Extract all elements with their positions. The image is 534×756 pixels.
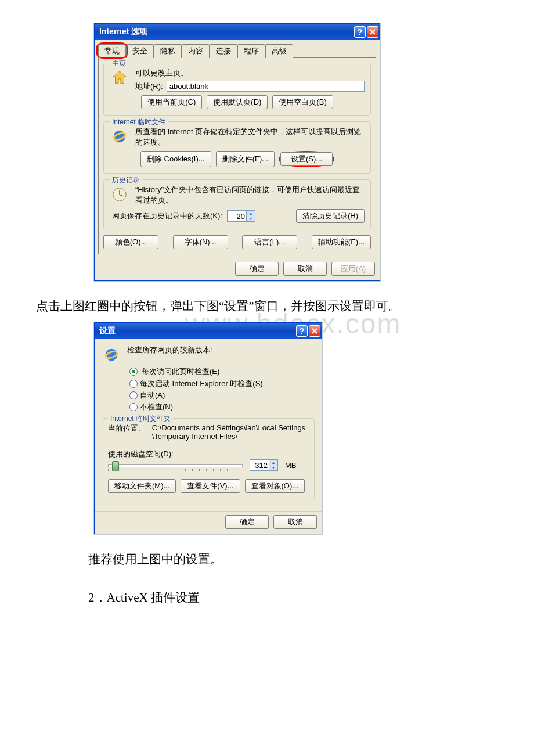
clear-history-button[interactable]: 清除历史记录(H) (296, 209, 365, 223)
tab-strip: 常规 安全 隐私 内容 连接 程序 高级 (95, 40, 380, 57)
tab-label: 安全 (132, 46, 147, 55)
homepage-group: 主页 可以更改主页。 地址(R): 使用当前页(C) 使用 (103, 63, 371, 116)
disk-slider[interactable] (108, 464, 243, 467)
spinner-up-icon[interactable]: ▲ (247, 211, 255, 216)
language-button[interactable]: 语言(L)... (242, 235, 297, 249)
dialog-title: Internet 选项 (99, 27, 147, 37)
settings-button[interactable]: 设置(S)... (280, 152, 333, 166)
group-legend: 主页 (110, 59, 128, 69)
history-desc: “History”文件夹中包含有已访问页的链接，可使用户快速访问最近查看过的页。 (135, 185, 365, 206)
group-legend: Internet 临时文件夹 (108, 414, 173, 424)
settings-dialog: 设置 ? 检查所存网页的较新版本: 每次访问此页时检查(E) 每次启动 Inte… (94, 322, 322, 534)
titlebar[interactable]: 设置 ? (95, 323, 322, 339)
colors-button[interactable]: 颜色(O)... (103, 235, 158, 249)
delete-files-button[interactable]: 删除文件(F)... (216, 151, 275, 167)
use-current-button[interactable]: 使用当前页(C) (141, 95, 202, 109)
accessibility-button[interactable]: 辅助功能(E)... (312, 235, 371, 249)
tab-security[interactable]: 安全 (126, 44, 154, 58)
section-heading-activex: 2．ActiveX 插件设置 (64, 584, 522, 611)
spinner-up-icon[interactable]: ▲ (269, 460, 277, 465)
history-icon (110, 185, 129, 204)
history-group: 历史记录 “History”文件夹中包含有已访问页的链接，可使用户快速访问最近查… (103, 179, 371, 229)
close-button[interactable] (367, 26, 378, 38)
radio-icon (129, 368, 138, 376)
disk-unit: MB (285, 461, 297, 470)
internet-options-dialog: Internet 选项 ? 常规 安全 隐私 内容 连接 程序 高级 主页 (94, 23, 380, 281)
spinner-down-icon[interactable]: ▼ (247, 216, 255, 221)
days-label: 网页保存在历史记录中的天数(K): (112, 211, 222, 221)
radio-label: 自动(A) (140, 390, 165, 401)
dialog-title: 设置 (99, 326, 116, 336)
red-circle-annotation: 设置(S)... (279, 151, 334, 167)
tab-label: 程序 (244, 46, 259, 55)
temp-desc: 所查看的 Internet 页存储在特定的文件夹中，这样可以提高以后浏览的速度。 (135, 127, 365, 147)
move-folder-button[interactable]: 移动文件夹(M)... (108, 479, 176, 493)
disk-spinner[interactable]: ▲▼ (250, 459, 278, 471)
home-icon (110, 68, 129, 88)
ie-icon (102, 345, 121, 365)
ie-icon (110, 127, 129, 146)
days-spinner[interactable]: ▲▼ (227, 210, 255, 222)
location-value: C:\Documents and Settings\lan\Local Sett… (152, 423, 308, 441)
red-circle-annotation (96, 42, 128, 59)
cancel-button[interactable]: 取消 (283, 262, 327, 276)
view-files-button[interactable]: 查看文件(V)... (181, 479, 240, 493)
address-label: 地址(R): (135, 81, 163, 92)
radio-never[interactable]: 不检查(N) (129, 402, 315, 412)
radio-label: 每次访问此页时检查(E) (140, 366, 221, 377)
radio-icon (129, 380, 138, 388)
slider-thumb-icon[interactable] (112, 461, 119, 471)
disk-input[interactable] (250, 461, 269, 470)
spinner-down-icon[interactable]: ▼ (269, 465, 277, 470)
group-legend: 历史记录 (110, 175, 142, 185)
cancel-button[interactable]: 取消 (273, 515, 317, 529)
apply-button: 应用(A) (331, 262, 375, 276)
tab-content[interactable]: 内容 (182, 44, 210, 58)
tab-general[interactable]: 常规 (98, 44, 126, 58)
tab-privacy[interactable]: 隐私 (154, 44, 182, 58)
radio-every-start[interactable]: 每次启动 Internet Explorer 时检查(S) (129, 379, 315, 389)
radio-label: 不检查(N) (140, 402, 173, 412)
tab-label: 隐私 (160, 46, 175, 55)
address-input[interactable] (167, 81, 365, 92)
radio-auto[interactable]: 自动(A) (129, 390, 315, 401)
tab-label: 高级 (272, 46, 287, 55)
tab-connection[interactable]: 连接 (210, 44, 237, 58)
radio-label: 每次启动 Internet Explorer 时检查(S) (140, 379, 263, 389)
days-input[interactable] (228, 212, 246, 221)
tab-programs[interactable]: 程序 (237, 44, 265, 58)
check-versions-label: 检查所存网页的较新版本: (127, 345, 212, 355)
tab-label: 内容 (188, 46, 203, 55)
radio-icon (129, 403, 138, 411)
temp-files-group: Internet 临时文件 所查看的 Internet 页存储在特定的文件夹中，… (103, 121, 371, 174)
dialog-actions: 确定 取消 (95, 511, 322, 534)
ok-button[interactable]: 确定 (225, 515, 269, 529)
temp-folder-group: Internet 临时文件夹 当前位置: C:\Documents and Se… (102, 418, 315, 499)
help-button[interactable]: ? (354, 26, 366, 38)
tab-panel-general: 主页 可以更改主页。 地址(R): 使用当前页(C) 使用 (98, 57, 376, 254)
radio-every-visit[interactable]: 每次访问此页时检查(E) (129, 366, 315, 377)
close-button[interactable] (309, 325, 320, 337)
fonts-button[interactable]: 字体(N)... (173, 235, 228, 249)
homepage-desc: 可以更改主页。 (135, 68, 365, 78)
slider-ticks (108, 469, 241, 471)
svg-marker-0 (113, 71, 127, 84)
disk-space-label: 使用的磁盘空间(D): (108, 449, 308, 459)
radio-icon (129, 391, 138, 399)
location-label: 当前位置: (108, 423, 140, 441)
help-button[interactable]: ? (296, 325, 308, 337)
tab-advanced[interactable]: 高级 (265, 44, 293, 58)
titlebar[interactable]: Internet 选项 ? (95, 24, 380, 40)
delete-cookies-button[interactable]: 删除 Cookies(I)... (140, 151, 211, 167)
view-objects-button[interactable]: 查看对象(O)... (245, 479, 305, 493)
group-legend: Internet 临时文件 (110, 117, 168, 127)
use-default-button[interactable]: 使用默认页(D) (207, 95, 268, 109)
ok-button[interactable]: 确定 (235, 262, 279, 276)
use-blank-button[interactable]: 使用空白页(B) (272, 95, 333, 109)
instruction-paragraph-2: 推荐使用上图中的设置。 (64, 546, 522, 573)
tab-label: 连接 (216, 46, 231, 55)
dialog-actions: 确定 取消 应用(A) (95, 258, 380, 280)
